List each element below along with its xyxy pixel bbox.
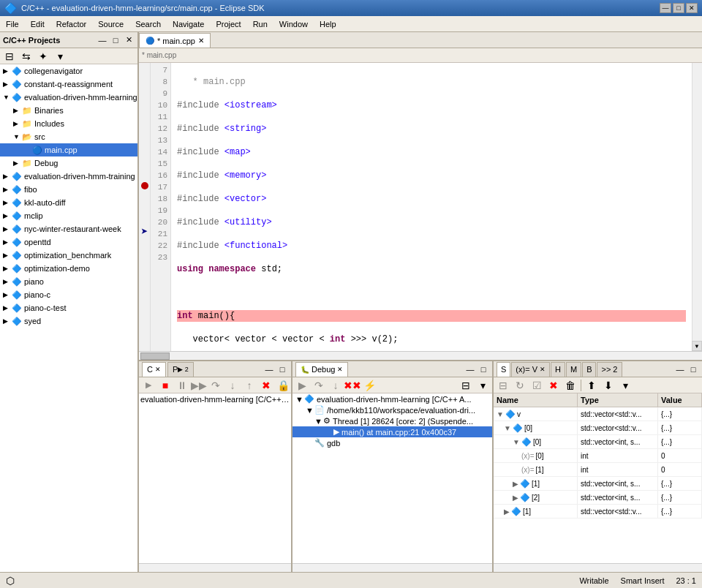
stepreturn-button[interactable]: ↑ [241,378,257,393]
tree-item-src[interactable]: ▼ 📂 src [0,130,137,143]
new-button[interactable]: ✦ [35,49,51,64]
variables-scrollbar[interactable] [494,563,702,572]
console-close-icon[interactable]: ✕ [155,366,161,373]
code-content[interactable]: * main.cpp #include <iostream> #include … [171,63,692,351]
var-minimize-button[interactable]: — [674,363,686,375]
tree-item-constant-q[interactable]: ▶ 🔷 constant-q-reassignment [0,78,137,91]
debug-thread-item-frame[interactable]: ▶ main() at main.cpp:21 0x400c37 [292,426,492,437]
var-row-v[interactable]: ▼ 🔷 v std::vector<std::v... {...} [494,407,702,421]
tree-item-piano-c-test[interactable]: ▶ 🔷 piano-c-test [0,301,137,314]
var-tab-m[interactable]: M [566,362,581,377]
collapse-threads-button[interactable]: ⊟ [458,378,474,393]
debug-minimize-button[interactable]: — [464,363,476,375]
menu-window[interactable]: Window [273,16,314,31]
var-tab-h[interactable]: H [551,362,565,377]
suspend-button[interactable]: ⏸ [174,378,190,393]
stop-button[interactable]: ■ [157,378,173,393]
resume-all-button[interactable]: ▶ [294,378,310,393]
menu-navigate[interactable]: Navigate [167,16,210,31]
console-tab-c[interactable]: C ✕ [142,362,166,377]
debug-thread-scrollbar[interactable] [292,563,492,572]
minimize-button[interactable]: — [660,3,671,13]
var-collapse-button[interactable]: ⊟ [495,378,511,393]
terminate-all-button[interactable]: ✖✖ [344,378,361,393]
menu-search[interactable]: Search [129,16,167,31]
var-select-all-button[interactable]: ☑ [529,378,545,393]
run-button[interactable]: ▶ [140,378,156,393]
editor-tab-main-cpp[interactable]: 🔵 * main.cpp ✕ [139,33,211,48]
tree-item-collegenavigator[interactable]: ▶ 🔷 collegenavigator [0,64,137,78]
terminate-button[interactable]: ✖ [258,378,274,393]
thread-menu-button[interactable]: ▾ [475,378,491,393]
var-refresh-button[interactable]: ↻ [512,378,528,393]
var-tab-close[interactable]: ✕ [540,366,546,373]
tree-item-eval-training[interactable]: ▶ 🔷 evaluation-driven-hmm-training [0,170,137,183]
tree-item-optimization-demo[interactable]: ▶ 🔷 optimization-demo [0,262,137,275]
console-scrollbar[interactable] [139,563,291,572]
var-row-v1[interactable]: ▶ 🔷 [1] std::vector<std::v... {...} [494,505,702,519]
var-row-v02[interactable]: ▶ 🔷 [2] std::vector<int, s... {...} [494,491,702,505]
debug-maximize-button[interactable]: □ [478,363,489,375]
debug-tab-close[interactable]: ✕ [337,366,343,373]
menu-run[interactable]: Run [247,16,273,31]
maximize-button[interactable]: □ [673,3,684,13]
tree-item-piano-c[interactable]: ▶ 🔷 piano-c [0,288,137,301]
tree-item-nyc[interactable]: ▶ 🔷 nyc-winter-restaurant-week [0,222,137,235]
scroll-lock-button[interactable]: 🔒 [275,378,291,393]
tab-close-button[interactable]: ✕ [198,37,204,45]
stepinto-button[interactable]: ↓ [224,378,241,393]
var-row-v01[interactable]: ▶ 🔷 [1] std::vector<int, s... {...} [494,477,702,491]
var-row-v0[interactable]: ▼ 🔷 [0] std::vector<std::v... {...} [494,421,702,435]
link-editor-button[interactable]: ⇆ [18,49,34,64]
console-maximize-button[interactable]: □ [276,363,288,375]
debug-thread-item-app[interactable]: ▼ 🔷 evaluation-driven-hmm-learning [C/C+… [292,393,492,404]
debug-thread-item-thread[interactable]: ▼ ⚙ Thread [1] 28624 [core: 2] (Suspende… [292,415,492,426]
stepinto-all-button[interactable]: ↓ [328,378,344,393]
var-tab-xv[interactable]: (x)= V ✕ [511,362,550,377]
var-maximize-button[interactable]: □ [687,363,699,375]
var-tab-s[interactable]: S [497,362,510,377]
tree-item-optimization-benchmark[interactable]: ▶ 🔷 optimization_benchmark [0,249,137,262]
tree-item-debug[interactable]: ▶ 📁 Debug [0,157,137,170]
menu-edit[interactable]: Edit [25,16,50,31]
var-export-button[interactable]: ⬇ [600,378,616,393]
var-tab-more[interactable]: >> 2 [597,362,622,377]
console-minimize-button[interactable]: — [263,363,275,375]
debug-tab[interactable]: 🐛 Debug ✕ [295,362,348,377]
code-editor[interactable]: ➤ 7 8 9 10 11 12 13 14 15 16 17 [139,63,702,351]
var-menu-button[interactable]: ▾ [617,378,633,393]
debug-thread-item-gdb[interactable]: 🔧 gdb [292,437,492,448]
tree-item-mclip[interactable]: ▶ 🔷 mclip [0,209,137,222]
menu-file[interactable]: File [0,16,25,31]
tree-item-piano[interactable]: ▶ 🔷 piano [0,275,137,288]
menu-refactor[interactable]: Refactor [50,16,93,31]
menu-project[interactable]: Project [210,16,246,31]
var-row-v000[interactable]: (x)= [0] int 0 [494,449,702,463]
tree-item-evaluation-driven[interactable]: ▼ 🔷 evaluation-driven-hmm-learning [0,91,137,104]
tree-item-main-cpp[interactable]: 🔵 main.cpp [0,143,137,157]
close-button[interactable]: ✕ [686,3,698,13]
maximize-panel-button[interactable]: □ [110,34,121,46]
tree-item-syed[interactable]: ▶ 🔷 syed [0,314,137,328]
var-expand-button[interactable]: ⬆ [584,378,600,393]
tree-item-openttd[interactable]: ▶ 🔷 openttd [0,235,137,249]
var-delete-all-button[interactable]: 🗑 [562,378,578,393]
resume-button[interactable]: ▶▶ [191,378,207,393]
stepover-all-button[interactable]: ↷ [311,378,327,393]
collapse-all-button[interactable]: ⊟ [1,49,18,64]
var-row-v001[interactable]: (x)= [1] int 0 [494,463,702,477]
editor-hscrollbar[interactable] [139,351,702,360]
console-tab-p[interactable]: P ▶ 2 [167,362,194,377]
tree-item-includes[interactable]: ▶ 📁 Includes [0,117,137,130]
var-delete-button[interactable]: ✖ [546,378,562,393]
close-panel-button[interactable]: ✕ [123,34,135,46]
stepover-button[interactable]: ↷ [208,378,224,393]
tree-item-fibo[interactable]: ▶ 🔷 fibo [0,183,137,196]
var-row-v00[interactable]: ▼ 🔷 [0] std::vector<int, s... {...} [494,435,702,449]
menu-help[interactable]: Help [314,16,342,31]
tree-item-kkl-auto-diff[interactable]: ▶ 🔷 kkl-auto-diff [0,196,137,209]
debug-thread-item-process[interactable]: ▼ 📄 /home/kkb110/workspace/evaluation-dr… [292,404,492,415]
disconnect-button[interactable]: ⚡ [361,378,377,393]
tree-item-binaries[interactable]: ▶ 📁 Binaries [0,104,137,117]
var-tab-b[interactable]: B [582,362,596,377]
